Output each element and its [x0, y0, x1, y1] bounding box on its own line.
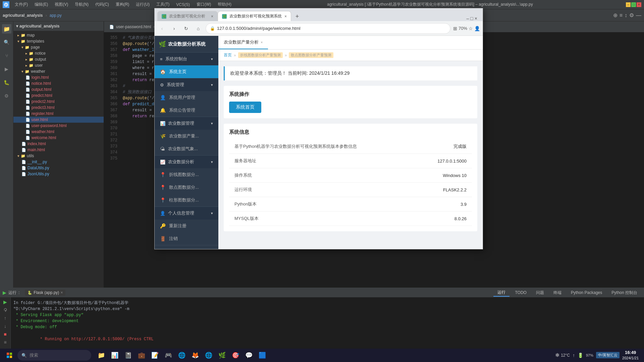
refresh-button[interactable]: ↻	[181, 24, 191, 33]
run-up[interactable]: ↑	[4, 315, 6, 321]
menu-edit[interactable]: 编辑(E)	[32, 1, 51, 8]
run-settings-2[interactable]: ≡	[4, 340, 6, 345]
toolbar-btn-3[interactable]: ↕	[625, 12, 627, 18]
nav-header-agri-analysis[interactable]: 📈 农业数据分析 ▾	[155, 156, 218, 168]
home-button[interactable]: ⌂	[194, 24, 203, 33]
active-page-tab[interactable]: 农业数据产量分析 ×	[218, 36, 268, 49]
qr-icon[interactable]: ⊞	[453, 26, 457, 31]
nav-header-system-mgmt[interactable]: ⚙ 系统管理 ▾	[155, 78, 218, 91]
activity-debug[interactable]: 🐛	[2, 78, 11, 87]
browser-min[interactable]: –	[467, 16, 469, 21]
breadcrumb-item-1[interactable]: 折线图数据分析产量预测	[238, 52, 283, 58]
collapse-personal[interactable]: ▾	[211, 211, 213, 216]
nav-item-agri-weather[interactable]: 🌤 农业数据气象...	[155, 142, 218, 155]
close-run-tag[interactable]: ×	[60, 290, 63, 295]
run-stop[interactable]: ■	[4, 331, 6, 337]
tree-item-register[interactable]: 📄 register.html	[13, 111, 104, 117]
toolbar-btn-4[interactable]: ⚙	[629, 12, 634, 18]
back-button[interactable]: ‹	[157, 24, 167, 33]
taskbar-word[interactable]: 📝	[149, 349, 161, 361]
taskbar-explorer[interactable]: 📁	[95, 349, 107, 361]
browser-close[interactable]: ×	[475, 16, 477, 21]
nav-item-home[interactable]: 🏠 系统主页	[155, 65, 218, 78]
browser-tab-1[interactable]: 🌿 农业数据可视化分析 ×	[157, 11, 218, 21]
close-button[interactable]: ×	[637, 2, 641, 7]
run-play[interactable]: ▶	[3, 299, 7, 305]
menu-tools[interactable]: 工具(T)	[154, 1, 172, 8]
taskbar-app7[interactable]: 🦊	[189, 349, 201, 361]
browser-max[interactable]: □	[470, 16, 473, 21]
home-button-action[interactable]: 系统首页	[229, 102, 261, 113]
toolbar-btn-1[interactable]: ⊕	[613, 12, 618, 18]
activity-project[interactable]: 📁	[2, 24, 11, 34]
run-config-tag[interactable]: 🐍 Flask (app.py) ×	[25, 290, 65, 296]
code-tab-user-password[interactable]: 📄 user-password.html ×	[104, 23, 161, 31]
address-bar[interactable]: 🔒 127.0.0.1:5000/admin#/page/welcome.htm…	[206, 23, 450, 34]
taskbar-app5[interactable]: 🎮	[162, 349, 174, 361]
tree-item-welcome[interactable]: 📄 welcome.html	[13, 135, 104, 141]
breadcrumb-item-2[interactable]: 散点图数据分析产量预测	[289, 52, 333, 58]
tree-item-output[interactable]: ▸ 📁 output	[13, 56, 104, 62]
tab-python-console[interactable]: Python 控制台	[607, 289, 641, 296]
toolbar-btn-5[interactable]: —	[636, 12, 641, 18]
nav-item-logout[interactable]: 🚪 注销	[155, 232, 218, 245]
tab-python-packages[interactable]: Python Packages	[567, 290, 606, 296]
tree-item-login[interactable]: 📄 login.html	[13, 74, 104, 80]
close-browser-tab-2[interactable]: ×	[284, 14, 287, 19]
tree-item-templates[interactable]: ▾ 📁 templates	[13, 38, 104, 44]
new-tab-button[interactable]: +	[292, 12, 302, 21]
tree-item-notice[interactable]: ▸ 📁 notice	[13, 50, 104, 56]
tree-item-jsonutils[interactable]: 📄 JsonUtils.py	[13, 171, 104, 177]
tree-item-predict2[interactable]: 📄 predict2.html	[13, 99, 104, 105]
tree-item-weather-html[interactable]: 📄 weather.html	[13, 129, 104, 135]
toolbar-btn-2[interactable]: ≡	[620, 12, 623, 18]
taskbar-excel[interactable]: 📊	[109, 349, 121, 361]
taskbar-app10[interactable]: 🎯	[229, 349, 241, 361]
taskbar-chrome[interactable]: 🌐	[176, 349, 188, 361]
activity-run[interactable]: ▶	[2, 64, 11, 74]
tree-item-init[interactable]: 📄 __init__.py	[13, 159, 104, 165]
nav-header-system-control[interactable]: ≡ 系统控制台 ▾	[155, 53, 218, 65]
tree-item-predict3[interactable]: 📄 predict3.html	[13, 105, 104, 111]
browser-tab-2[interactable]: 🌿 农业数据分析可视化预测系统 ×	[218, 11, 291, 21]
menu-window[interactable]: 窗口(W)	[194, 1, 214, 8]
taskbar-app11[interactable]: 💬	[243, 349, 255, 361]
start-button[interactable]	[3, 350, 16, 361]
tab-todo[interactable]: TODO	[511, 290, 530, 296]
tab-terminal[interactable]: 终端	[549, 289, 566, 296]
tree-item-utils[interactable]: ▾ 📁 utils	[13, 153, 104, 159]
search-bar[interactable]: 🔍 搜索	[17, 350, 91, 361]
nav-header-agri-data[interactable]: 📊 农业数据管理 ▾	[155, 117, 218, 130]
nav-item-user-mgmt[interactable]: 👤 系统用户管理	[155, 91, 218, 104]
run-reload[interactable]: ⟳	[3, 308, 8, 312]
run-down[interactable]: ↓	[4, 323, 6, 329]
activity-search[interactable]: 🔍	[2, 38, 11, 47]
close-browser-tab-1[interactable]: ×	[211, 14, 213, 19]
tree-item-notice-html[interactable]: 📄 notice.html	[13, 80, 104, 86]
close-page-tab[interactable]: ×	[261, 40, 263, 44]
collapse-system-control[interactable]: ▾	[211, 57, 213, 61]
nav-item-agri-yield[interactable]: 🌾 农业数据产量...	[155, 130, 218, 142]
tree-item-main[interactable]: 📄 main.html	[13, 147, 104, 153]
nav-item-scatter-chart[interactable]: 📍 散点图数据分...	[155, 181, 218, 194]
tree-item-predict[interactable]: 📄 predict.html	[13, 93, 104, 99]
nav-header-personal[interactable]: 👤 个人信息管理 ▾	[155, 207, 218, 220]
tree-item-user-folder[interactable]: ▸ 📁 user	[13, 62, 104, 68]
tree-item-page[interactable]: ▾ 📁 page	[13, 44, 104, 50]
collapse-agri-data[interactable]: ▾	[211, 121, 213, 126]
menu-help[interactable]: 帮助(H)	[215, 1, 234, 8]
maximize-button[interactable]: □	[631, 2, 636, 7]
taskbar-app8[interactable]: 🌐	[203, 349, 215, 361]
tree-item-weather[interactable]: ▾ 📁 weather	[13, 68, 104, 74]
activity-settings[interactable]: ⚙	[2, 91, 11, 101]
menu-run[interactable]: 运行(U)	[133, 1, 152, 8]
tree-item-user-html[interactable]: 📄 user.html	[13, 117, 104, 123]
minimize-button[interactable]: –	[626, 2, 631, 7]
tab-run[interactable]: 运行	[493, 289, 509, 297]
tab-problems[interactable]: 问题	[532, 289, 548, 296]
nav-item-notice-mgmt[interactable]: 🔔 系统公告管理	[155, 104, 218, 117]
taskbar-app12[interactable]: 🟦	[256, 349, 268, 361]
nav-item-line-chart[interactable]: 📍 折线图数据分...	[155, 168, 218, 181]
tree-item-user-password[interactable]: 📄 user-password.html	[13, 123, 104, 129]
activity-git[interactable]: ⑂	[2, 51, 11, 60]
